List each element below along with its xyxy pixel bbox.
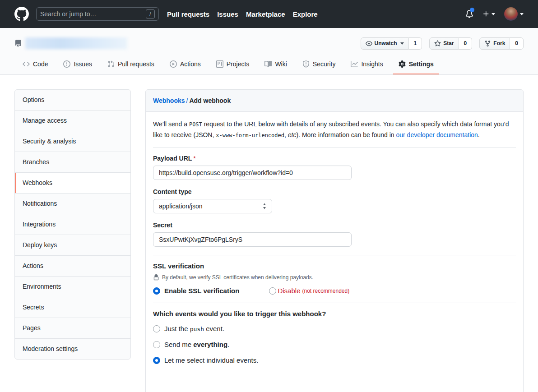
sidebar-item-integrations[interactable]: Integrations (15, 214, 130, 235)
forks-count[interactable]: 0 (510, 37, 524, 50)
select-stepper-icon (263, 203, 266, 210)
payload-url-group: Payload URL* (153, 155, 516, 180)
global-search[interactable]: / (36, 7, 159, 21)
sidebar-item-actions[interactable]: Actions (15, 256, 130, 277)
tab-label: Insights (361, 60, 383, 68)
sidebar-item-webhooks[interactable]: Webhooks (15, 173, 130, 194)
individual-events-radio[interactable] (153, 357, 160, 364)
unwatch-button[interactable]: Unwatch (361, 37, 409, 50)
lock-icon (153, 274, 159, 281)
stars-count[interactable]: 0 (459, 37, 473, 50)
tab-insights[interactable]: Insights (345, 55, 388, 74)
code-icon (23, 60, 30, 68)
top-navigation: Pull requests Issues Marketplace Explore (167, 10, 318, 18)
unread-indicator (470, 8, 474, 12)
repo-header-strip: Unwatch 1 Star 0 Fork 0 (0, 28, 538, 75)
tab-pull-requests[interactable]: Pull requests (102, 55, 160, 74)
tab-wiki[interactable]: Wiki (259, 55, 292, 74)
project-icon (216, 60, 223, 68)
sidebar-item-branches[interactable]: Branches (15, 152, 130, 173)
tab-label: Settings (409, 60, 434, 68)
event-option-just-push: Just the push event. (153, 325, 516, 332)
slash-key-hint: / (146, 9, 155, 18)
repo-name-redacted[interactable] (25, 37, 127, 49)
content-type-select[interactable]: application/json (153, 199, 272, 213)
sidebar-item-deploy-keys[interactable]: Deploy keys (15, 235, 130, 256)
payload-url-input[interactable] (153, 166, 352, 180)
webhook-intro-text: We’ll send a POST request to the URL bel… (153, 119, 516, 141)
ssl-enable-radio[interactable] (153, 287, 160, 295)
star-label: Star (443, 40, 454, 46)
tab-label: Projects (227, 60, 250, 68)
content-type-label: Content type (153, 188, 516, 195)
just-push-radio[interactable] (153, 325, 160, 332)
sidebar-item-manage-access[interactable]: Manage access (15, 111, 130, 131)
ssl-disable-note: (not recommended) (302, 288, 349, 294)
watchers-count[interactable]: 1 (409, 37, 422, 50)
user-menu[interactable] (504, 7, 524, 21)
event-option-individual: Let me select individual events. (153, 356, 516, 364)
github-logo-icon[interactable] (14, 7, 29, 21)
sidebar-item-pages[interactable]: Pages (15, 318, 130, 339)
create-new-menu[interactable] (482, 10, 495, 18)
star-button[interactable]: Star (429, 37, 459, 50)
repo-forked-icon (484, 40, 491, 47)
avatar[interactable] (504, 7, 518, 21)
fork-button[interactable]: Fork (479, 37, 510, 50)
book-icon (264, 60, 272, 68)
send-everything-radio[interactable] (153, 341, 160, 348)
tab-security[interactable]: Security (297, 55, 341, 74)
sidebar-item-notifications[interactable]: Notifications (15, 194, 130, 214)
ssl-enable-label: Enable SSL verification (164, 287, 239, 295)
divider (153, 148, 516, 148)
gear-icon (399, 60, 406, 68)
ssl-disable-radio[interactable] (269, 287, 276, 295)
ssl-verification-section: SSL verification By default, we verify S… (153, 262, 516, 295)
sidebar-item-secrets[interactable]: Secrets (15, 297, 130, 318)
nav-issues[interactable]: Issues (217, 10, 238, 18)
divider (153, 255, 516, 255)
settings-sidebar: Options Manage access Security & analysi… (14, 89, 131, 360)
sidebar-item-environments[interactable]: Environments (15, 277, 130, 297)
ssl-disable-label: Disable (278, 287, 300, 295)
chevron-down-icon (520, 13, 524, 15)
git-pull-request-icon (107, 60, 115, 68)
secret-input[interactable] (153, 232, 352, 247)
repo-icon (14, 40, 22, 47)
events-section: Which events would you like to trigger t… (153, 310, 516, 364)
sidebar-item-moderation-settings[interactable]: Moderation settings (15, 339, 130, 359)
fork-label: Fork (493, 40, 505, 46)
tab-actions[interactable]: Actions (164, 55, 206, 74)
eye-icon (366, 40, 372, 47)
breadcrumb-webhooks-link[interactable]: Webhooks (153, 97, 185, 104)
nav-pull-requests[interactable]: Pull requests (167, 10, 209, 18)
events-heading: Which events would you like to trigger t… (153, 310, 516, 318)
chevron-down-icon (492, 13, 495, 15)
nav-explore[interactable]: Explore (293, 10, 318, 18)
sidebar-item-security-analysis[interactable]: Security & analysis (15, 131, 130, 152)
tab-label: Security (313, 60, 336, 68)
tab-settings[interactable]: Settings (393, 55, 439, 74)
play-icon (170, 60, 177, 68)
required-asterisk: * (193, 155, 195, 162)
shield-icon (302, 60, 310, 68)
breadcrumb-current: Add webhook (189, 97, 231, 104)
nav-marketplace[interactable]: Marketplace (246, 10, 285, 18)
tab-label: Pull requests (118, 60, 154, 68)
ssl-note-text: By default, we verify SSL certificates w… (162, 274, 313, 281)
search-input[interactable] (40, 10, 146, 18)
developer-documentation-link[interactable]: our developer documentation (396, 131, 478, 138)
tab-issues[interactable]: Issues (58, 55, 97, 74)
star-button-group: Star 0 (429, 37, 472, 50)
sidebar-item-options[interactable]: Options (15, 90, 130, 111)
repo-tabs: Code Issues Pull requests Actions Projec… (3, 55, 538, 74)
plus-icon (482, 10, 490, 18)
secret-group: Secret (153, 221, 516, 247)
fork-button-group: Fork 0 (479, 37, 524, 50)
tab-label: Code (33, 60, 48, 68)
breadcrumb-separator: / (185, 97, 190, 104)
tab-label: Issues (74, 60, 92, 68)
notifications-bell-icon[interactable] (465, 10, 473, 18)
tab-projects[interactable]: Projects (211, 55, 255, 74)
tab-code[interactable]: Code (17, 55, 53, 74)
